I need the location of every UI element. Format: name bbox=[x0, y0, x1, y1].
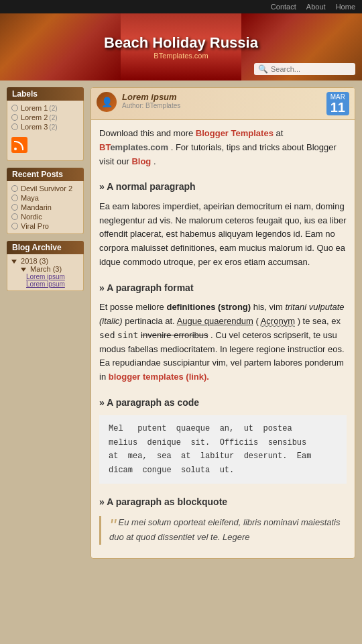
s2-part2: his, vim bbox=[253, 302, 286, 312]
label-text-2: Lorem 2 bbox=[21, 113, 48, 121]
search-icon: 🔍 bbox=[258, 64, 268, 74]
recent-label-2: Maya bbox=[21, 194, 39, 202]
post-body: Download this and more Blogger Templates… bbox=[91, 120, 355, 558]
recent-label-1: Devil Survivor 2 bbox=[21, 184, 72, 193]
blogger-templates-link[interactable]: Blogger Templates bbox=[196, 128, 274, 138]
blockquote: " Eu mei solum oporteat eleifend, libris… bbox=[99, 516, 347, 545]
label-bullet-3 bbox=[11, 123, 18, 130]
site-title: Beach Holiday Russia bbox=[104, 34, 258, 52]
post-title: Lorem ipsum bbox=[122, 92, 321, 102]
rss-icon[interactable] bbox=[11, 137, 27, 153]
s2-part3: pertinacia at. bbox=[125, 316, 176, 326]
s2-abbr: Acronym bbox=[261, 316, 295, 327]
label-bullet-1 bbox=[11, 105, 18, 111]
archive-post-label-2: Lorem ipsum bbox=[26, 280, 65, 288]
intro-at: at bbox=[276, 128, 284, 138]
blockquote-text: Eu mei solum oporteat eleifend, libris n… bbox=[109, 517, 341, 542]
nav-home-link[interactable]: Home bbox=[336, 3, 355, 11]
label-item-2[interactable]: Lorem 2 (2) bbox=[11, 113, 79, 122]
chevron-down-icon bbox=[21, 268, 26, 272]
intro-paragraph: Download this and more Blogger Templates… bbox=[99, 127, 347, 168]
recent-posts-body: Devil Survivor 2 Maya Mandarin Nordic Vi… bbox=[7, 181, 84, 234]
header-person-left bbox=[0, 13, 121, 80]
main-layout: Labels Lorem 1 (2) Lorem 2 (2) Lorem 3 (… bbox=[0, 80, 362, 566]
btemplates-link[interactable]: BTemplates.com bbox=[99, 142, 171, 152]
archive-month-march[interactable]: March (3) bbox=[21, 265, 79, 273]
intro-download: Download this and more bbox=[99, 128, 196, 138]
s2-part4: ( bbox=[255, 316, 258, 326]
s2-strikethrough: invenire erroribus bbox=[141, 330, 208, 340]
label-text-1: Lorem 1 bbox=[21, 104, 48, 112]
s2-strong: definitiones (strong) bbox=[166, 302, 251, 312]
recent-label-3: Mandarin bbox=[21, 203, 52, 211]
s2-underline: Augue quaerendum bbox=[177, 316, 253, 326]
blog-post: 👤 Lorem ipsum Author: BTemplates Mar 11 … bbox=[90, 87, 355, 559]
recent-bullet-2 bbox=[11, 195, 18, 201]
rss-area bbox=[11, 134, 79, 158]
blog-archive-section: Blog Archive 2018 (3) March (3) Lorem ip… bbox=[7, 241, 84, 291]
recent-post-2[interactable]: Maya bbox=[11, 193, 79, 203]
section4-heading: » A paragraph as blockquote bbox=[99, 494, 347, 509]
label-item-1[interactable]: Lorem 1 (2) bbox=[11, 103, 79, 113]
section3-heading: » A paragraph as code bbox=[99, 395, 347, 410]
archive-month-label: March bbox=[30, 265, 51, 273]
labels-section-body: Lorem 1 (2) Lorem 2 (2) Lorem 3 (2) bbox=[7, 101, 84, 161]
recent-post-5[interactable]: Viral Pro bbox=[11, 221, 79, 231]
recent-posts-section: Recent Posts Devil Survivor 2 Maya Manda… bbox=[7, 168, 84, 234]
archive-month-count: (3) bbox=[53, 265, 62, 273]
archive-post-2[interactable]: Lorem ipsum bbox=[26, 280, 79, 288]
search-input[interactable] bbox=[271, 65, 351, 73]
label-text-3: Lorem 3 bbox=[21, 123, 48, 131]
section2-body: Et posse meliore definitiones (strong) h… bbox=[99, 301, 347, 384]
intro-period: . bbox=[154, 156, 156, 166]
sidebar: Labels Lorem 1 (2) Lorem 2 (2) Lorem 3 (… bbox=[7, 87, 84, 298]
post-meta: Lorem ipsum Author: BTemplates bbox=[122, 92, 321, 115]
avatar-icon: 👤 bbox=[101, 97, 113, 107]
archive-post-1[interactable]: Lorem ipsum bbox=[26, 273, 79, 280]
s2-part1: Et posse meliore bbox=[99, 302, 166, 312]
recent-bullet-3 bbox=[11, 204, 18, 211]
site-header: Beach Holiday Russia BTemplates.com 🔍 bbox=[0, 13, 362, 80]
blog-archive-body: 2018 (3) March (3) Lorem ipsum Lorem ips… bbox=[7, 254, 84, 291]
top-navigation: Contact About Home bbox=[0, 0, 362, 13]
post-date-day: 11 bbox=[330, 101, 345, 114]
s2-part5: ) te sea, ex bbox=[298, 316, 341, 326]
labels-section-title: Labels bbox=[7, 87, 84, 101]
label-bullet-2 bbox=[11, 114, 18, 121]
recent-post-1[interactable]: Devil Survivor 2 bbox=[11, 184, 79, 193]
header-title-block: Beach Holiday Russia BTemplates.com bbox=[104, 34, 258, 60]
s2-code1: sed bbox=[99, 330, 115, 340]
recent-post-4[interactable]: Nordic bbox=[11, 212, 79, 221]
nav-contact-link[interactable]: Contact bbox=[271, 3, 296, 11]
section1-body: Ea eam labores imperdiet, apeirian democ… bbox=[99, 200, 347, 270]
site-subtitle: BTemplates.com bbox=[104, 52, 258, 60]
section2-heading: » A paragraph format bbox=[99, 280, 347, 295]
label-count-2: (2) bbox=[49, 114, 57, 121]
nav-about-link[interactable]: About bbox=[306, 3, 326, 11]
code-block: Mel putent quaeque an, ut postea melius … bbox=[99, 415, 347, 484]
s2-code2: sint bbox=[117, 330, 138, 340]
archive-post-label-1: Lorem ipsum bbox=[26, 273, 65, 280]
archive-year-2018[interactable]: 2018 (3) bbox=[11, 257, 79, 265]
recent-posts-title: Recent Posts bbox=[7, 168, 84, 181]
label-item-3[interactable]: Lorem 3 (2) bbox=[11, 122, 79, 131]
search-bar[interactable]: 🔍 bbox=[254, 63, 355, 75]
main-content: 👤 Lorem ipsum Author: BTemplates Mar 11 … bbox=[90, 87, 355, 559]
recent-bullet-1 bbox=[11, 185, 18, 192]
recent-label-5: Viral Pro bbox=[21, 222, 49, 230]
blog-link[interactable]: Blog bbox=[131, 156, 151, 166]
post-date-badge: Mar 11 bbox=[326, 92, 349, 115]
chevron-down-icon bbox=[11, 260, 17, 264]
archive-year-count: (3) bbox=[40, 257, 48, 265]
archive-year-label: 2018 bbox=[21, 257, 37, 265]
label-count-1: (2) bbox=[49, 105, 57, 112]
recent-post-3[interactable]: Mandarin bbox=[11, 203, 79, 212]
post-avatar: 👤 bbox=[97, 92, 117, 112]
label-count-3: (2) bbox=[49, 123, 57, 131]
recent-label-4: Nordic bbox=[21, 213, 42, 221]
recent-bullet-4 bbox=[11, 213, 18, 220]
post-header: 👤 Lorem ipsum Author: BTemplates Mar 11 bbox=[91, 88, 355, 120]
s2-link[interactable]: blogger templates (link). bbox=[109, 372, 209, 382]
blog-archive-title: Blog Archive bbox=[7, 241, 84, 254]
header-background: Beach Holiday Russia BTemplates.com 🔍 bbox=[0, 13, 362, 80]
